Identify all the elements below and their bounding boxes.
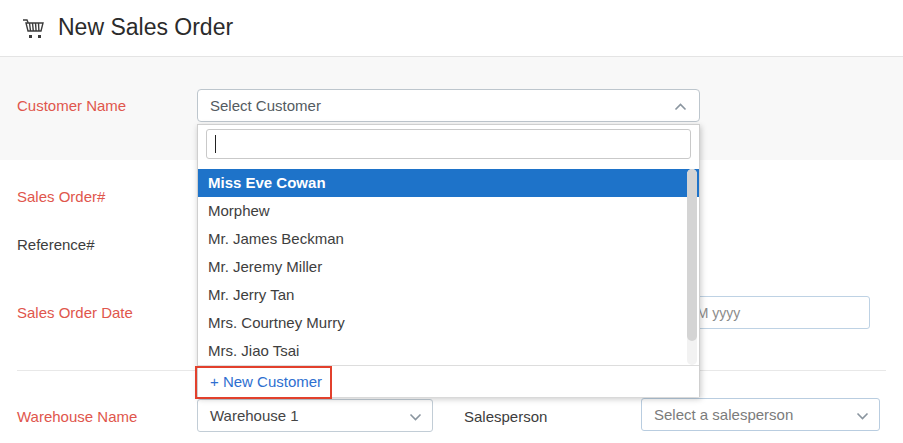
text-caret <box>215 135 216 153</box>
warehouse-name-label: Warehouse Name <box>17 408 137 425</box>
customer-select[interactable]: Select Customer <box>197 89 700 122</box>
chevron-up-icon <box>674 97 687 115</box>
customer-list: Miss Eve Cowan Morphew Mr. James Beckman… <box>198 169 699 365</box>
customer-option[interactable]: Mrs. Courtney Murry <box>198 309 699 337</box>
warehouse-select-value: Warehouse 1 <box>210 407 299 424</box>
customer-option[interactable]: Mrs. Jiao Tsai <box>198 337 699 365</box>
customer-option[interactable]: Mr. Jerry Tan <box>198 281 699 309</box>
page-header: New Sales Order <box>0 0 903 57</box>
salesperson-select-value: Select a salesperson <box>654 406 793 423</box>
dropdown-scrollbar[interactable] <box>687 169 697 365</box>
chevron-down-icon <box>409 407 422 424</box>
customer-dropdown-panel: Miss Eve Cowan Morphew Mr. James Beckman… <box>197 124 700 397</box>
customer-option[interactable]: Miss Eve Cowan <box>198 169 699 197</box>
page-title: New Sales Order <box>58 14 233 41</box>
warehouse-select[interactable]: Warehouse 1 <box>197 399 433 432</box>
cart-icon <box>20 17 46 45</box>
salesperson-select[interactable]: Select a salesperson <box>641 398 880 431</box>
customer-option[interactable]: Mr. Jeremy Miller <box>198 253 699 281</box>
customer-select-value: Select Customer <box>210 97 321 114</box>
sales-order-number-label: Sales Order# <box>17 188 105 205</box>
customer-name-label: Customer Name <box>17 97 126 114</box>
customer-search-input[interactable] <box>206 129 691 159</box>
reference-number-label: Reference# <box>17 236 95 253</box>
salesperson-label: Salesperson <box>464 408 547 425</box>
dropdown-scrollbar-thumb[interactable] <box>687 169 697 341</box>
sales-order-date-label: Sales Order Date <box>17 304 133 321</box>
customer-option[interactable]: Mr. James Beckman <box>198 225 699 253</box>
chevron-down-icon <box>856 406 869 423</box>
customer-option[interactable]: Morphew <box>198 197 699 225</box>
new-customer-button[interactable]: + New Customer <box>198 366 699 397</box>
